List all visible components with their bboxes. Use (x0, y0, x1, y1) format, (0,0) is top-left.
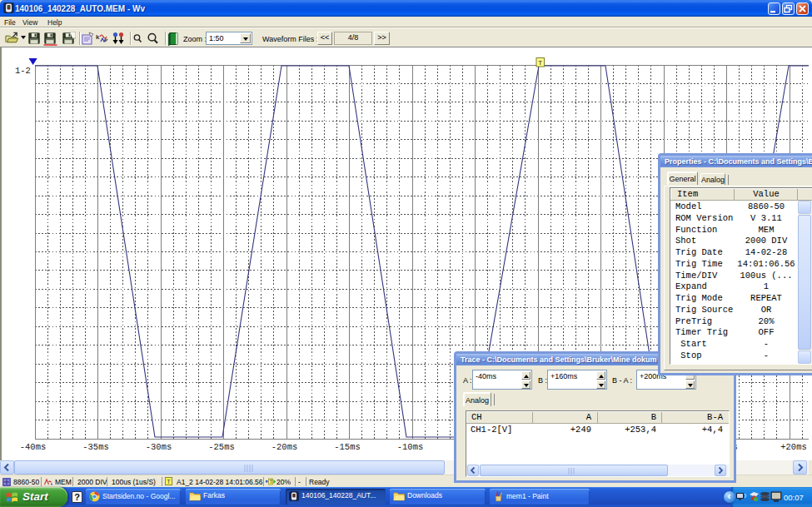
svg-text:1-2: 1-2 (15, 66, 31, 76)
svg-text:+20ms: +20ms (780, 442, 807, 452)
svg-text:-30ms: -30ms (146, 442, 172, 452)
svg-text:-40ms: -40ms (20, 442, 47, 452)
svg-text:-15ms: -15ms (334, 442, 361, 452)
svg-text:-10ms: -10ms (397, 442, 424, 452)
svg-text:-20ms: -20ms (271, 442, 298, 452)
svg-text:T: T (538, 59, 542, 67)
svg-text:T: T (269, 479, 273, 485)
svg-text:-25ms: -25ms (208, 442, 235, 452)
svg-text:-35ms: -35ms (82, 442, 109, 452)
